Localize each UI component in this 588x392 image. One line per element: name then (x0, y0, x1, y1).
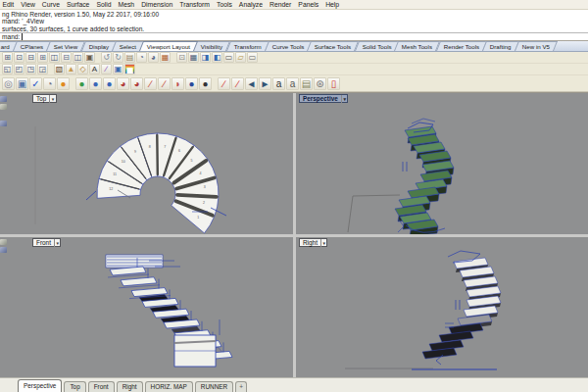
gear-settings-icon[interactable]: ⊛ (314, 77, 326, 90)
redo-view-icon[interactable]: ↻ (113, 52, 123, 63)
ribbon-tab-render-tools[interactable]: Render Tools (436, 41, 487, 51)
menu-item[interactable]: Edit (0, 0, 18, 10)
menu-item[interactable]: View (18, 0, 39, 10)
zoom-window-icon[interactable]: ◔ (136, 52, 147, 63)
set-view-right-icon[interactable]: ◳ (25, 64, 36, 74)
display-mode-icon[interactable]: ▦ (160, 52, 171, 63)
annotate-text-icon[interactable]: A (89, 64, 100, 74)
ribbon-tab-transform[interactable]: Transform (226, 41, 270, 51)
ribbon-tab-new-in-v5[interactable]: New in V5 (514, 41, 558, 51)
viewport-top-canvas[interactable]: 121110987654321 Top ▾ (0, 93, 293, 234)
ribbon-tab-visibility[interactable]: Visibility (193, 41, 230, 51)
viewport-tab-perspective[interactable]: Perspective (18, 379, 62, 392)
toolbar-separator[interactable] (213, 77, 217, 90)
toolbar-separator[interactable] (172, 52, 175, 63)
copy-display-left-icon[interactable]: ◨ (200, 52, 211, 63)
toolbar-separator[interactable] (96, 52, 100, 63)
viewport-tab-runner[interactable]: RUNNER (195, 381, 233, 392)
ribbon-tab-viewport-layout[interactable]: Viewport Layout (139, 41, 198, 51)
render-history-icon[interactable]: ◔ (43, 77, 56, 90)
rainbow-analysis-icon[interactable]: ▅ (124, 64, 135, 74)
zoom-extents-icon[interactable]: ◕ (148, 52, 159, 63)
set-view-perspective-icon[interactable]: ◲ (37, 64, 48, 74)
menu-item[interactable]: Curve (38, 0, 63, 10)
menu-item[interactable]: Help (322, 0, 343, 10)
globe-green-icon[interactable]: ● (75, 77, 88, 90)
new-floating-viewport-icon[interactable]: ⊡ (176, 52, 187, 63)
ribbon-tab-set-view[interactable]: Set View (46, 41, 85, 51)
viewport-layout-horizontal-icon[interactable]: ⊟ (25, 52, 36, 63)
named-views-icon[interactable]: ▤ (124, 52, 135, 63)
viewport-perspective-canvas[interactable]: Perspective ▾ (296, 93, 588, 234)
ground-plane-icon[interactable]: ▲ (66, 64, 76, 74)
text-strike-a-icon[interactable]: a (286, 77, 299, 90)
paintbrush-red-2-icon[interactable]: ∕ (158, 77, 171, 90)
viewport-tabbed-icon[interactable]: ▣ (84, 52, 95, 63)
viewport-tab-right[interactable]: Right (117, 381, 143, 392)
toolbar-separator[interactable] (71, 77, 74, 90)
menu-item[interactable]: Tools (213, 0, 235, 10)
text-lowercase-a-icon[interactable]: a (272, 77, 285, 90)
menu-item[interactable]: Solid (93, 0, 115, 10)
viewport-title-right[interactable]: Right ▾ (299, 238, 327, 247)
viewport-menu-arrow-icon[interactable]: ▾ (341, 95, 348, 103)
viewport-title-perspective[interactable]: Perspective ▾ (299, 94, 348, 103)
set-view-front-icon[interactable]: ◰ (14, 64, 24, 74)
ribbon-tab-surface-tools[interactable]: Surface Tools (307, 41, 359, 51)
viewport-tab-add[interactable]: + (235, 381, 247, 392)
stamp-icon[interactable]: ▣ (113, 64, 123, 74)
paintbrush-red-1-icon[interactable]: ∕ (144, 77, 157, 90)
viewport-menu-arrow-icon[interactable]: ▾ (320, 239, 327, 247)
menu-item[interactable]: Surface (63, 0, 92, 10)
ribbon-tab-drafting[interactable]: Drafting (482, 41, 519, 51)
globe-red-2-icon[interactable]: ◕ (130, 77, 143, 90)
viewport-layout-columns-icon[interactable]: ◫ (73, 52, 83, 63)
viewport-title-front[interactable]: Front ▾ (32, 238, 61, 247)
menu-item[interactable]: Transform (176, 0, 214, 10)
viewport-title-top[interactable]: Top ▾ (32, 94, 57, 103)
menu-item[interactable]: Analyze (235, 0, 266, 10)
ribbon-tab-solid-tools[interactable]: Solid Tools (355, 41, 400, 51)
ribbon-tab-curve-tools[interactable]: Curve Tools (265, 41, 313, 51)
viewport-layout-wide-icon[interactable]: ⊟ (61, 52, 72, 63)
viewport-layout-3view-icon[interactable]: ⊞ (37, 52, 48, 63)
print-setup-icon[interactable]: ▭ (247, 52, 258, 63)
globe-blue-1-icon[interactable]: ● (89, 77, 102, 90)
viewport-front-canvas[interactable]: Front ▾ (0, 237, 293, 377)
alert-bell-icon[interactable]: ● (57, 77, 70, 90)
open-view-file-icon[interactable]: ▱ (235, 52, 246, 63)
viewport-menu-arrow-icon[interactable]: ▾ (49, 95, 56, 103)
globe-blue-2-icon[interactable]: ● (103, 77, 116, 90)
globe-red-1-icon[interactable]: ◕ (117, 77, 129, 90)
menu-item[interactable]: Mesh (115, 0, 138, 10)
viewport-right-canvas[interactable]: Right ▾ (296, 237, 588, 377)
set-view-top-icon[interactable]: ◱ (2, 64, 13, 74)
tube-red-icon[interactable]: ◗ (172, 77, 184, 90)
viewport-tab-top[interactable]: Top (64, 381, 85, 392)
viewport-layout-vertical-icon[interactable]: ◫ (49, 52, 60, 63)
grid-options-icon[interactable]: ▦ (188, 52, 199, 63)
bomb-icon[interactable]: ● (199, 77, 212, 90)
print-display-icon[interactable]: ▭ (223, 52, 234, 63)
menu-item[interactable]: Render (267, 0, 295, 10)
layer-stack-icon[interactable]: ▤ (300, 77, 313, 90)
globe-blue-3-icon[interactable]: ● (185, 77, 198, 90)
viewport-tab-horiz-map[interactable]: HORIZ. MAP (145, 381, 193, 392)
construction-plane-icon[interactable]: ◇ (77, 64, 88, 74)
paintbrush-icon[interactable]: ∕ (101, 64, 112, 74)
toolbar-separator[interactable] (49, 64, 53, 74)
decal-right-icon[interactable]: ► (259, 77, 271, 90)
render-check-icon[interactable]: ✓ (29, 77, 42, 90)
menu-item[interactable]: Dimension (138, 0, 176, 10)
viewport-menu-arrow-icon[interactable]: ▾ (54, 239, 61, 247)
red-pencil-2-icon[interactable]: ∕ (231, 77, 244, 90)
viewport-tab-front[interactable]: Front (88, 381, 115, 392)
menu-item[interactable]: Panels (295, 0, 322, 10)
command-prompt-input[interactable]: mand: (0, 32, 588, 41)
ribbon-tab-mesh-tools[interactable]: Mesh Tools (394, 41, 440, 51)
red-pencil-icon[interactable]: ∕ (218, 77, 230, 90)
background-bitmap-icon[interactable]: ▧ (54, 64, 65, 74)
viewport-layout-4view-icon[interactable]: ⊞ (2, 52, 13, 63)
viewport-layout-single-icon[interactable]: ⊡ (14, 52, 24, 63)
save-rendering-icon[interactable]: ▣ (16, 77, 28, 90)
